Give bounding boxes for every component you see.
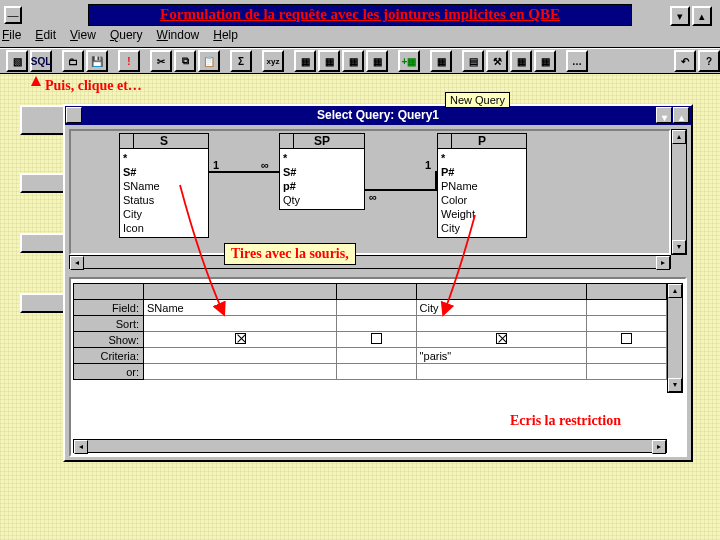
- app-control-box[interactable]: —: [4, 6, 22, 24]
- menu-edit[interactable]: Edit: [35, 28, 56, 46]
- table-p-title: P: [478, 134, 486, 148]
- cell-or-1[interactable]: [144, 364, 337, 380]
- cell-field-4[interactable]: [587, 300, 667, 316]
- table-sp-title: SP: [314, 134, 330, 148]
- query-window-max[interactable]: ▴: [673, 107, 689, 123]
- field-list-p[interactable]: P * P# PName Color Weight City: [437, 133, 527, 238]
- scroll-up-icon[interactable]: ▴: [668, 284, 682, 298]
- query-window-titlebar[interactable]: Select Query: Query1 ▾ ▴: [65, 106, 691, 125]
- cell-show-3[interactable]: [416, 332, 587, 348]
- tool-copy[interactable]: ⧉: [174, 50, 196, 72]
- cell-criteria-1[interactable]: [144, 348, 337, 364]
- tool-add-table[interactable]: +▦: [398, 50, 420, 72]
- tool-design[interactable]: ▧: [6, 50, 28, 72]
- tables-pane-vscroll[interactable]: ▴ ▾: [671, 129, 687, 255]
- s-field-sname[interactable]: SName: [123, 179, 205, 193]
- tool-context-help[interactable]: ?: [698, 50, 720, 72]
- tool-q4[interactable]: ▦: [366, 50, 388, 72]
- tool-new-query[interactable]: ▦: [430, 50, 452, 72]
- menu-query[interactable]: Query: [110, 28, 143, 46]
- checkbox-icon[interactable]: [371, 333, 382, 344]
- scroll-left-icon[interactable]: ◂: [74, 440, 88, 454]
- tool-q1[interactable]: ▦: [294, 50, 316, 72]
- tool-tablenames[interactable]: xyz: [262, 50, 284, 72]
- join-s-sp[interactable]: [209, 171, 279, 173]
- p-field-star[interactable]: *: [441, 151, 523, 165]
- query-window-min[interactable]: ▾: [656, 107, 672, 123]
- tool-q3[interactable]: ▦: [342, 50, 364, 72]
- scroll-left-icon[interactable]: ◂: [70, 256, 84, 270]
- cell-or-2[interactable]: [337, 364, 417, 380]
- query-window-control-box[interactable]: [66, 107, 82, 123]
- cell-sort-1[interactable]: [144, 316, 337, 332]
- p-field-pno[interactable]: P#: [441, 165, 523, 179]
- cell-sort-3[interactable]: [416, 316, 587, 332]
- p-field-pname[interactable]: PName: [441, 179, 523, 193]
- tool-sql[interactable]: SQL: [30, 50, 52, 72]
- tool-cut[interactable]: ✂: [150, 50, 172, 72]
- checkbox-icon[interactable]: [621, 333, 632, 344]
- tool-builder[interactable]: ⚒: [486, 50, 508, 72]
- s-field-status[interactable]: Status: [123, 193, 205, 207]
- tool-db[interactable]: ▤: [462, 50, 484, 72]
- cell-sort-2[interactable]: [337, 316, 417, 332]
- tool-analyze[interactable]: ▦: [534, 50, 556, 72]
- maximize-button[interactable]: ▴: [692, 6, 712, 26]
- cell-show-1[interactable]: [144, 332, 337, 348]
- p-field-city[interactable]: City: [441, 221, 523, 235]
- cell-criteria-4[interactable]: [587, 348, 667, 364]
- scroll-right-icon[interactable]: ▸: [656, 256, 670, 270]
- cell-field-3[interactable]: City: [416, 300, 587, 316]
- s-field-icon[interactable]: Icon: [123, 221, 205, 235]
- s-field-star[interactable]: *: [123, 151, 205, 165]
- checkbox-icon[interactable]: [235, 333, 246, 344]
- tool-save[interactable]: 💾: [86, 50, 108, 72]
- cell-sort-4[interactable]: [587, 316, 667, 332]
- cell-field-2[interactable]: [337, 300, 417, 316]
- join-s-sp-one: 1: [213, 159, 219, 171]
- sp-field-sno[interactable]: S#: [283, 165, 361, 179]
- tables-pane: S * S# SName Status City Icon SP * S# p#…: [69, 129, 687, 269]
- cell-show-4[interactable]: [587, 332, 667, 348]
- scroll-down-icon[interactable]: ▾: [672, 240, 686, 254]
- tool-paste[interactable]: 📋: [198, 50, 220, 72]
- grid-vscroll[interactable]: ▴ ▾: [667, 283, 683, 393]
- cell-or-4[interactable]: [587, 364, 667, 380]
- tool-more[interactable]: …: [566, 50, 588, 72]
- tables-pane-hscroll[interactable]: ◂ ▸: [69, 255, 671, 269]
- s-field-city[interactable]: City: [123, 207, 205, 221]
- tool-open[interactable]: 🗀: [62, 50, 84, 72]
- sp-field-qty[interactable]: Qty: [283, 193, 361, 207]
- cell-criteria-2[interactable]: [337, 348, 417, 364]
- cell-field-1[interactable]: SName: [144, 300, 337, 316]
- sp-field-pno[interactable]: p#: [283, 179, 361, 193]
- tool-run[interactable]: !: [118, 50, 140, 72]
- grid-hscroll[interactable]: ◂ ▸: [73, 439, 667, 453]
- tool-autoform[interactable]: ▦: [510, 50, 532, 72]
- field-list-sp[interactable]: SP * S# p# Qty: [279, 133, 365, 210]
- tool-q2[interactable]: ▦: [318, 50, 340, 72]
- checkbox-icon[interactable]: [496, 333, 507, 344]
- menu-view[interactable]: View: [70, 28, 96, 46]
- cell-or-3[interactable]: [416, 364, 587, 380]
- menu-help[interactable]: Help: [213, 28, 238, 46]
- minimize-button[interactable]: ▾: [670, 6, 690, 26]
- tool-undo[interactable]: ↶: [674, 50, 696, 72]
- cell-show-2[interactable]: [337, 332, 417, 348]
- sp-field-star[interactable]: *: [283, 151, 361, 165]
- field-list-s[interactable]: S * S# SName Status City Icon: [119, 133, 209, 238]
- join-sp-p-one: 1: [425, 159, 431, 171]
- tool-totals[interactable]: Σ: [230, 50, 252, 72]
- scroll-right-icon[interactable]: ▸: [652, 440, 666, 454]
- table-s-title: S: [160, 134, 168, 148]
- menu-window[interactable]: Window: [157, 28, 200, 46]
- scroll-up-icon[interactable]: ▴: [672, 130, 686, 144]
- qbe-grid[interactable]: Field: SName City Sort: Show:: [73, 283, 667, 380]
- join-s-sp-many: ∞: [261, 159, 269, 171]
- scroll-down-icon[interactable]: ▾: [668, 378, 682, 392]
- p-field-weight[interactable]: Weight: [441, 207, 523, 221]
- p-field-color[interactable]: Color: [441, 193, 523, 207]
- menu-file[interactable]: File: [2, 28, 21, 46]
- s-field-sno[interactable]: S#: [123, 165, 205, 179]
- cell-criteria-3[interactable]: "paris": [416, 348, 587, 364]
